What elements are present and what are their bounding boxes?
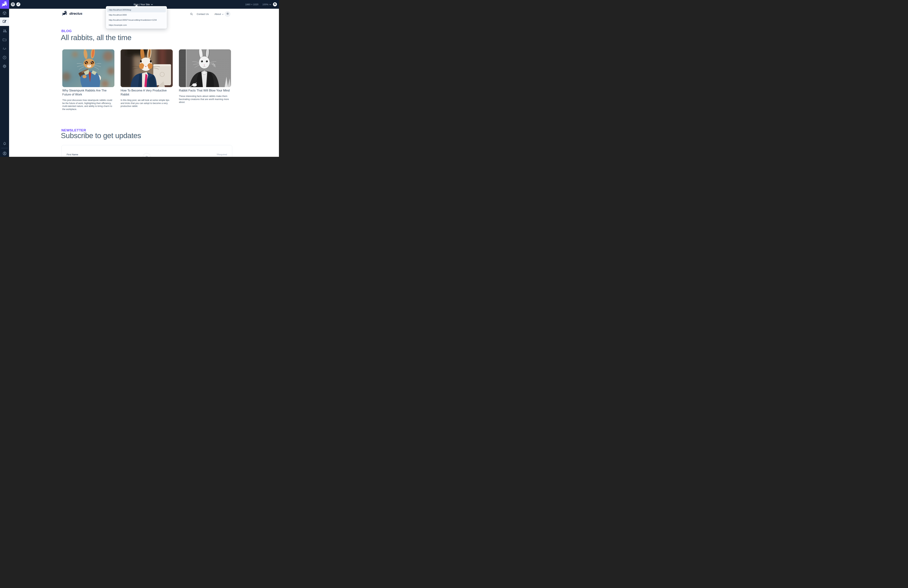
post-card-2[interactable]: How To Become A Very Productive Rabbit I… (121, 49, 173, 108)
hero-eyebrow: BLOG (61, 29, 72, 33)
url-menu-item-example[interactable]: https://example.com (107, 22, 166, 27)
search-icon[interactable] (190, 13, 193, 16)
collapse-sidebar-button[interactable] (11, 2, 15, 6)
sun-icon (226, 12, 229, 16)
site-preview: directus Contact Us About (9, 9, 279, 157)
post-excerpt: This post discusses how steampunk rabbit… (62, 99, 114, 111)
mountain-icon (145, 154, 149, 157)
zoom-chevron-icon (269, 3, 271, 6)
url-menu-item-root[interactable]: http://localhost:3000 (107, 12, 166, 18)
post-image-vintage-rabbit[interactable] (179, 49, 231, 87)
help-icon: ? (2, 55, 7, 60)
url-menu-item-visual-editing[interactable]: http://localhost:3000/?visual-editing=tr… (107, 18, 166, 22)
zoom-select[interactable]: 100% (262, 3, 271, 6)
sidebar-item-settings[interactable] (0, 62, 9, 71)
users-icon (2, 29, 7, 34)
topbar-right-cluster: 1860 × 1020 100% (245, 0, 279, 9)
directus-rabbit-icon (1, 1, 8, 8)
sidebar-item-help[interactable]: ? (0, 53, 9, 62)
directus-logo-button[interactable] (0, 0, 9, 9)
url-menu: http://localhost:3000/blog http://localh… (106, 6, 167, 29)
post-card-1[interactable]: Why Steampunk Rabbits Are The Future of … (62, 49, 114, 111)
post-title[interactable]: Why Steampunk Rabbits Are The Future of … (62, 88, 114, 96)
cube-icon (2, 11, 7, 16)
sidebar-divider (1, 148, 8, 148)
required-note: *Required (216, 153, 227, 156)
sidebar-item-notifications[interactable] (0, 140, 9, 148)
app-sidebar: ? (0, 0, 9, 157)
nav-contact-link[interactable]: Contact Us (197, 13, 209, 15)
insights-icon (2, 47, 7, 51)
sidebar-item-content[interactable] (0, 9, 9, 18)
edit-mode-button[interactable] (16, 2, 20, 6)
theme-toggle-button[interactable] (225, 11, 230, 17)
sidebar-item-account[interactable] (0, 149, 9, 157)
sidebar-item-users[interactable] (0, 27, 9, 35)
sidebar-item-visual-editor[interactable] (0, 18, 9, 26)
viewport-dimensions: 1860 × 1020 (245, 3, 258, 6)
devices-icon (274, 3, 276, 6)
post-image-steampunk-rabbit[interactable] (62, 49, 114, 87)
newsletter-title: Subscribe to get updates (61, 132, 141, 140)
account-icon (2, 151, 7, 156)
gear-icon (2, 64, 7, 69)
device-preview-button[interactable] (273, 2, 277, 6)
sidebar-item-insights[interactable] (0, 45, 9, 53)
nav-about-link[interactable]: About (214, 13, 224, 15)
pencil-icon (17, 3, 20, 6)
about-chevron-icon (222, 13, 224, 15)
post-excerpt: In this blog post, we will look at some … (121, 99, 173, 108)
visual-editor-icon (2, 19, 7, 24)
svg-text:?: ? (4, 56, 5, 59)
chevron-down-icon (151, 3, 153, 6)
post-title[interactable]: Rabbit Facts That Will Blow Your Mind (179, 88, 231, 92)
site-rabbit-logo-icon (61, 11, 68, 16)
post-card-3[interactable]: Rabbit Facts That Will Blow Your Mind Th… (179, 49, 231, 104)
dock-left-icon (11, 3, 14, 6)
sidebar-item-files[interactable] (0, 36, 9, 44)
nav-about-label: About (214, 13, 221, 15)
folder-icon (2, 38, 7, 43)
directus-visual-editor-screen: ? (0, 0, 279, 157)
first-name-label: First Name (67, 153, 78, 156)
post-image-productive-rabbit[interactable] (121, 49, 173, 87)
url-menu-notch (135, 5, 138, 6)
zoom-level-label: 100% (262, 3, 269, 6)
url-menu-item-blog[interactable]: http://localhost:3000/blog (107, 7, 166, 12)
hero-title: All rabbits, all the time (61, 34, 132, 42)
site-logo[interactable]: directus (61, 11, 82, 16)
post-title[interactable]: How To Become A Very Productive Rabbit (121, 88, 173, 96)
site-logo-wordmark: directus (69, 11, 82, 16)
bell-icon (3, 141, 7, 146)
post-excerpt: These interesting facts about rabbits ma… (179, 95, 231, 104)
